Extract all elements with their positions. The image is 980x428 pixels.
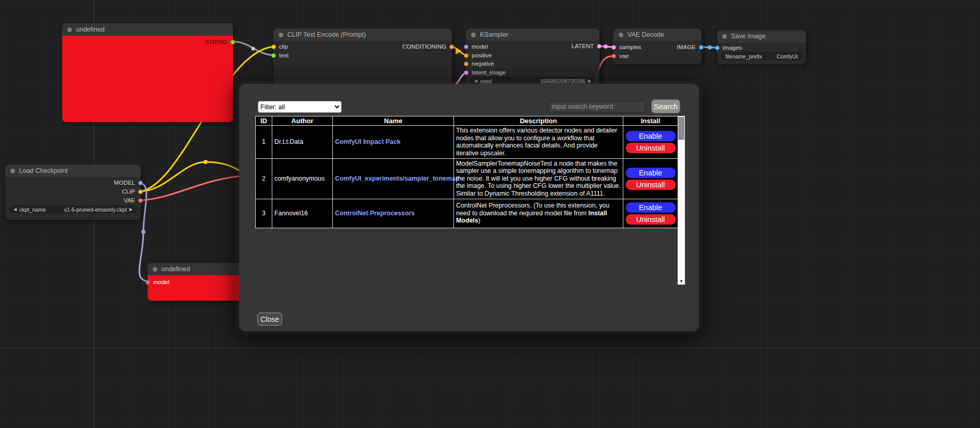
output-label: MODEL [114, 180, 135, 186]
model-input-port[interactable] [145, 280, 150, 285]
node-title-bar[interactable]: Save Image [717, 30, 806, 42]
node-save-image[interactable]: Save Image images filename_prefix ComfyU… [717, 30, 806, 64]
increment-arrow-icon[interactable]: ▶ [588, 79, 591, 83]
wire-dot [203, 160, 208, 164]
widget-value: v1-5-pruned-emaonly.ckpt [64, 206, 127, 213]
vae-input-port[interactable] [611, 54, 616, 58]
conditioning-output-port[interactable] [449, 45, 454, 49]
node-title: VAE Decode [627, 31, 664, 38]
input-label: text [279, 52, 289, 58]
extension-link[interactable]: ControlNet Preprocessors [335, 210, 415, 217]
extension-install-cell: EnableUninstall [623, 158, 678, 199]
filter-select[interactable]: Filter: all [258, 101, 342, 113]
output-label: CLIP [122, 188, 135, 195]
node-title-bar[interactable]: undefined [62, 23, 233, 36]
wire-dot [141, 230, 145, 234]
collapse-dot-icon[interactable] [279, 33, 283, 37]
latent-output-port[interactable] [597, 44, 602, 49]
next-arrow-icon[interactable]: ▶ [129, 207, 133, 212]
collapse-dot-icon[interactable] [619, 33, 623, 37]
image-output-port[interactable] [699, 45, 704, 50]
text-input-port[interactable] [271, 53, 276, 58]
output-label: IMAGE [677, 44, 696, 50]
extension-install-cell: EnableUninstall [623, 126, 678, 159]
node-title-bar[interactable]: VAE Decode [613, 28, 701, 41]
node-graph-canvas[interactable]: undefined STRING CLIP Text Encode (Promp… [0, 0, 980, 428]
close-button[interactable]: Close [257, 313, 282, 326]
extensions-table-body: 1Dr.Lt.DataComfyUI Impact PackThis exten… [256, 126, 678, 228]
filename-prefix-widget[interactable]: filename_prefix ComfyUI [721, 52, 802, 60]
extension-link[interactable]: ComfyUI Impact Pack [335, 138, 401, 145]
header-install: Install [623, 116, 678, 126]
extension-link[interactable]: ComfyUI_experiments/sampler_tonemap [335, 175, 459, 182]
previous-arrow-icon[interactable]: ◀ [13, 207, 17, 212]
extensions-grid: ID Author Name Description Install 1Dr.L… [255, 116, 685, 285]
header-description: Description [454, 116, 623, 126]
search-input[interactable] [548, 101, 646, 112]
scrollbar[interactable]: ▼ [678, 116, 685, 285]
enable-button[interactable]: Enable [626, 168, 676, 178]
enable-button[interactable]: Enable [626, 131, 676, 141]
clip-output-port[interactable] [138, 189, 143, 194]
collapse-dot-icon[interactable] [153, 267, 157, 272]
extension-author-cell: Fannovel16 [272, 199, 333, 228]
node-vae-decode[interactable]: VAE Decode samples vae IMAGE [613, 28, 701, 64]
uninstall-button[interactable]: Uninstall [626, 214, 676, 225]
string-output-port[interactable] [230, 40, 235, 45]
ckpt-name-widget[interactable]: ◀ ckpt_name v1-5-pruned-emaonly.ckpt ▶ [9, 205, 137, 213]
widget-value: ComfyUI [777, 53, 798, 60]
node-load-checkpoint[interactable]: Load Checkpoint MODEL CLIP VAE ◀ ckpt_na… [5, 165, 141, 220]
node-ksampler[interactable]: KSampler model positive negative latent_… [466, 28, 599, 87]
node-title: Load Checkpoint [19, 167, 68, 174]
header-author: Author [272, 116, 333, 126]
node-body: samples vae IMAGE [613, 41, 701, 64]
node-undefined-string[interactable]: undefined STRING [62, 23, 233, 122]
header-id: ID [256, 116, 272, 126]
input-label: vae [619, 53, 629, 59]
node-title-bar[interactable]: CLIP Text Encode (Prompt) [273, 28, 452, 41]
node-title-bar[interactable]: Load Checkpoint [5, 165, 141, 177]
output-label: LATENT [572, 43, 594, 49]
collapse-dot-icon[interactable] [67, 27, 72, 32]
widget-label: seed [480, 78, 492, 84]
table-header-row: ID Author Name Description Install [256, 116, 678, 126]
widget-label: ckpt_name [19, 206, 46, 213]
node-title: KSampler [480, 31, 508, 38]
search-button[interactable]: Search [651, 99, 680, 113]
input-label: positive [472, 52, 492, 58]
positive-input-port[interactable] [464, 53, 469, 58]
latent-image-input-port[interactable] [464, 70, 469, 75]
input-label: model [153, 279, 169, 285]
output-label: VAE [124, 197, 135, 203]
extension-row: 1Dr.Lt.DataComfyUI Impact PackThis exten… [256, 126, 678, 159]
header-name: Name [333, 116, 454, 126]
output-label: CONDITIONING [402, 43, 446, 50]
images-input-port[interactable] [715, 46, 720, 50]
collapse-dot-icon[interactable] [10, 169, 15, 173]
scrollbar-thumb[interactable] [678, 117, 684, 140]
model-output-port[interactable] [138, 181, 143, 185]
uninstall-button[interactable]: Uninstall [626, 180, 676, 190]
negative-input-port[interactable] [464, 62, 469, 66]
extensions-table: ID Author Name Description Install 1Dr.L… [255, 116, 678, 228]
extension-author-cell: comfyanonymous [272, 158, 333, 199]
scroll-down-arrow-icon[interactable]: ▼ [678, 277, 685, 285]
node-title: undefined [76, 26, 105, 33]
extension-id-cell: 1 [256, 126, 272, 159]
node-clip-text-encode[interactable]: CLIP Text Encode (Prompt) clip text COND… [273, 28, 452, 93]
wire-dot [252, 47, 255, 51]
vae-output-port[interactable] [138, 198, 143, 203]
decrement-arrow-icon[interactable]: ◀ [474, 79, 477, 83]
node-body: images filename_prefix ComfyUI [717, 42, 806, 64]
node-title-bar[interactable]: KSampler [466, 28, 599, 41]
collapse-dot-icon[interactable] [471, 33, 476, 37]
collapse-dot-icon[interactable] [722, 34, 727, 39]
extension-description-cell: ControlNet Preprocessors. (To use this e… [454, 199, 623, 228]
input-label: latent_image [472, 69, 506, 76]
uninstall-button[interactable]: Uninstall [626, 143, 676, 153]
enable-button[interactable]: Enable [626, 202, 676, 213]
extension-install-cell: EnableUninstall [623, 199, 678, 228]
extension-name-cell: ComfyUI Impact Pack [333, 126, 454, 159]
node-body: STRING [62, 36, 233, 122]
input-label: negative [472, 61, 494, 67]
